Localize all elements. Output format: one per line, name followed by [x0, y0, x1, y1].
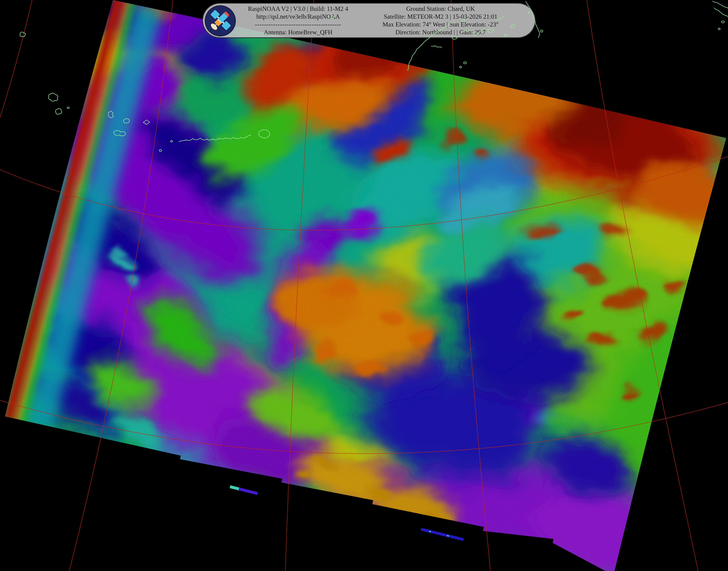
banner-direction-line: Direction: Northbound | | Gain: 29.7 — [360, 28, 521, 36]
thermal-swath — [0, 0, 728, 571]
banner-program-line: RaspiNOAA V2 | V3.0 | Build: 11-M2 4 — [236, 5, 360, 13]
banner-elevation-line: Max Elevation: 74° West | Sun Elevation:… — [360, 20, 521, 28]
banner-satellite-line: Satellite: METEOR-M2 3 | 15-03-2026 21:0… — [360, 13, 521, 20]
banner-right-column: Ground Station: Chard, UK Satellite: MET… — [360, 5, 535, 36]
info-banner: RaspiNOAA V2 | V3.0 | Build: 11-M2 4 htt… — [202, 3, 536, 38]
thermal-swath-svg — [0, 0, 728, 571]
satellite-icon — [204, 4, 236, 36]
banner-antenna-line: Antenna: HomeBrew_QFH — [236, 28, 360, 36]
banner-divider: -------------------------------------- — [236, 20, 360, 28]
banner-ground-station-line: Ground Station: Chard, UK — [360, 5, 521, 13]
banner-url: http://qsl.net/ve3elb/RaspiNOAA — [236, 13, 360, 20]
banner-logo — [204, 4, 236, 36]
satellite-image — [0, 0, 728, 571]
banner-left-column: RaspiNOAA V2 | V3.0 | Build: 11-M2 4 htt… — [236, 5, 360, 36]
raspinoaa-capture-screen: RaspiNOAA V2 | V3.0 | Build: 11-M2 4 htt… — [0, 0, 728, 571]
